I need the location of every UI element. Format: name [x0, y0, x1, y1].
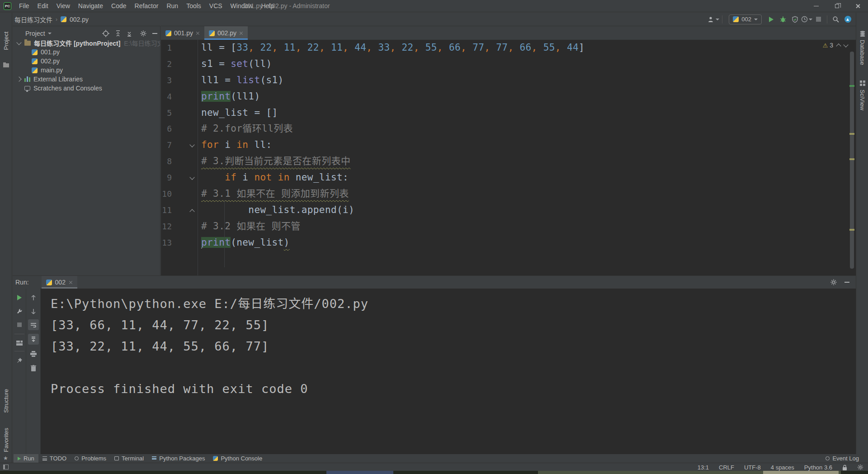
update-project-button[interactable]	[842, 14, 854, 24]
code-line-7[interactable]: for i in ll:	[201, 137, 847, 153]
debug-button[interactable]	[777, 14, 789, 24]
maximize-button[interactable]	[826, 0, 847, 12]
code-line-13[interactable]: print(new_list)	[201, 235, 847, 251]
breadcrumb-project[interactable]: 每日练习文件	[14, 15, 52, 24]
pin-tab-button[interactable]	[14, 355, 25, 365]
code-line-6[interactable]: # 2.for循环ll列表	[201, 121, 847, 137]
menu-refactor[interactable]: Refactor	[131, 0, 163, 12]
scroll-to-end-toggle[interactable]	[28, 334, 39, 345]
tool-window-quick-access-icon[interactable]	[3, 465, 9, 469]
interpreter-gear-icon[interactable]	[857, 464, 863, 470]
search-everywhere-button[interactable]	[830, 14, 842, 24]
menu-code[interactable]: Code	[107, 0, 130, 12]
menu-navigate[interactable]: Navigate	[74, 0, 107, 12]
gutter-line-11[interactable]: 11	[161, 202, 198, 218]
tree-item-001.py[interactable]: 001.py	[13, 47, 160, 57]
code-line-2[interactable]: s1 = set(ll)	[201, 56, 847, 72]
print-button[interactable]	[28, 348, 39, 359]
project-panel-title[interactable]: Project	[25, 30, 45, 37]
tool-window-button-todo[interactable]: TODO	[38, 454, 71, 463]
up-stack-trace-button[interactable]	[28, 292, 39, 303]
status-4-spaces[interactable]: 4 spaces	[771, 464, 794, 471]
profiler-button[interactable]	[801, 14, 812, 24]
code-line-10[interactable]: # 3.1 如果不在 则添加到新列表	[201, 186, 847, 202]
stripe-mark-green[interactable]	[849, 85, 854, 87]
soft-wrap-toggle[interactable]	[28, 319, 39, 330]
tree-item-external-libraries[interactable]: External Libraries	[13, 75, 160, 84]
gutter-line-9[interactable]: 9	[161, 170, 198, 186]
run-with-coverage-button[interactable]	[789, 14, 801, 24]
code-line-4[interactable]: print(ll1)	[201, 89, 847, 105]
close-icon[interactable]	[239, 31, 243, 35]
gutter-line-7[interactable]: 7	[161, 137, 198, 153]
inspections-widget[interactable]: ⚠ 3	[823, 42, 848, 49]
tool-window-project-button[interactable]: Project	[3, 32, 9, 50]
tool-window-button-python-console[interactable]: Python Console	[209, 454, 266, 463]
tree-item--pythonproject-[interactable]: 每日练习文件 [pythonProject]E:\每日练习文件	[13, 38, 160, 47]
minimize-button[interactable]	[806, 0, 826, 12]
tree-item-scratches-and-consoles[interactable]: Scratches and Consoles	[13, 84, 160, 93]
fold-up-icon[interactable]	[189, 209, 194, 214]
status-python-3-6[interactable]: Python 3.6	[804, 464, 832, 471]
locate-file-icon[interactable]	[102, 30, 109, 37]
gutter-line-2[interactable]: 2	[161, 56, 198, 72]
tool-window-button-run[interactable]: Run	[14, 454, 38, 463]
code-line-1[interactable]: ll = [33, 22, 11, 22, 11, 44, 33, 22, 55…	[201, 40, 847, 56]
tool-window-structure-button[interactable]: Structure	[3, 389, 9, 413]
close-button[interactable]	[847, 0, 868, 12]
expand-all-icon[interactable]	[115, 30, 122, 37]
gutter-line-5[interactable]: 5	[161, 105, 198, 121]
code-line-3[interactable]: ll1 = list(s1)	[201, 72, 847, 89]
gutter-line-8[interactable]: 8	[161, 153, 198, 170]
chevron-right-icon[interactable]	[16, 76, 21, 81]
menu-file[interactable]: File	[15, 0, 33, 12]
run-button[interactable]	[765, 14, 777, 24]
run-settings-button[interactable]	[14, 306, 25, 317]
stripe-mark-warning[interactable]	[849, 158, 854, 160]
stripe-mark-warning[interactable]	[849, 229, 854, 231]
editor-tab-001.py[interactable]: 001.py	[161, 26, 204, 40]
tool-window-button-python-packages[interactable]: Python Packages	[148, 454, 209, 463]
tool-window-button-terminal[interactable]: Terminal	[110, 454, 148, 463]
gutter-line-6[interactable]: 6	[161, 121, 198, 137]
tool-window-database-button[interactable]: Database	[859, 40, 866, 65]
code-area[interactable]: ll = [33, 22, 11, 22, 11, 44, 33, 22, 55…	[201, 40, 847, 251]
stripe-mark-warning[interactable]	[849, 133, 854, 135]
tool-window-sciview-button[interactable]: SciView	[859, 90, 866, 110]
down-stack-trace-button[interactable]	[28, 306, 39, 317]
tool-window-button-problems[interactable]: Problems	[71, 454, 110, 463]
gear-icon[interactable]	[140, 30, 147, 37]
gutter-line-10[interactable]: 10	[161, 186, 198, 202]
status-crlf[interactable]: CRLF	[719, 464, 734, 471]
hide-panel-icon[interactable]	[152, 33, 157, 34]
lock-icon[interactable]	[842, 465, 847, 470]
status-13-1[interactable]: 13:1	[698, 464, 709, 471]
gutter-line-4[interactable]: 4	[161, 89, 198, 105]
close-icon[interactable]	[196, 31, 200, 35]
editor[interactable]: 12345678910111213 ll = [33, 22, 11, 22, …	[161, 40, 856, 275]
rerun-button[interactable]	[14, 292, 25, 303]
gutter-line-12[interactable]: 12	[161, 218, 198, 235]
clear-console-button[interactable]	[28, 363, 39, 374]
code-line-11[interactable]: new_list.append(i)	[201, 202, 847, 218]
fold-down-icon[interactable]	[189, 142, 194, 147]
run-console[interactable]: E:\Python\python.exe E:/每日练习文件/002.py[33…	[41, 289, 856, 454]
code-line-12[interactable]: # 3.2 如果在 则不管	[201, 218, 847, 235]
tool-window-favorites-button[interactable]: Favorites	[3, 428, 9, 452]
stop-button[interactable]	[812, 14, 824, 24]
chevron-down-icon[interactable]	[16, 40, 21, 45]
restore-layout-button[interactable]	[14, 337, 25, 348]
status-utf-8[interactable]: UTF-8	[744, 464, 761, 471]
close-icon[interactable]	[69, 280, 73, 284]
breadcrumb-file[interactable]: 002.py	[70, 16, 89, 23]
menu-run[interactable]: Run	[162, 0, 182, 12]
event-log-button[interactable]: Event Log	[826, 455, 859, 462]
fold-down-icon[interactable]	[189, 175, 194, 180]
gutter-line-3[interactable]: 3	[161, 72, 198, 89]
tree-item-002.py[interactable]: 002.py	[13, 57, 160, 66]
gutter-line-1[interactable]: 1	[161, 40, 198, 56]
menu-vcs[interactable]: VCS	[205, 0, 226, 12]
menu-view[interactable]: View	[52, 0, 74, 12]
menu-edit[interactable]: Edit	[33, 0, 52, 12]
editor-scrollbar[interactable]	[850, 52, 854, 269]
